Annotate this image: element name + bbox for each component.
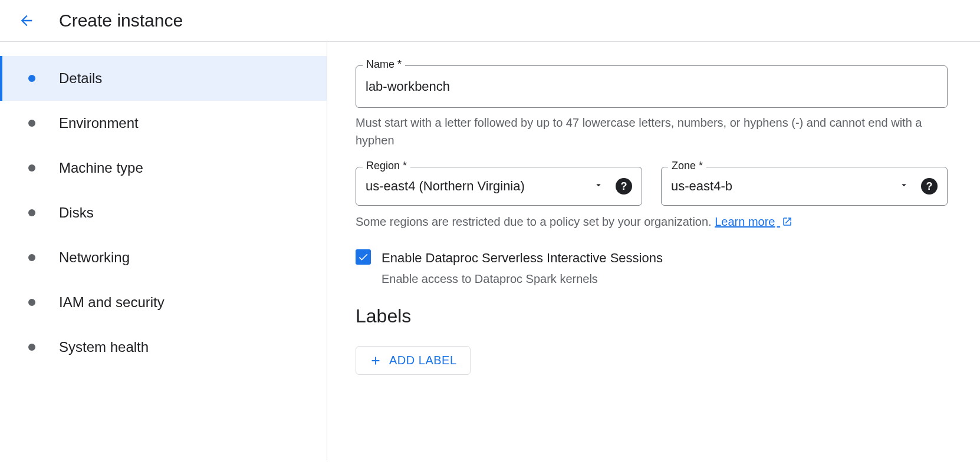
name-field-group: Name * [356, 65, 948, 108]
bullet-icon [28, 164, 35, 172]
plus-icon [369, 354, 382, 367]
sidebar: Details Environment Machine type Disks N… [0, 42, 327, 460]
dataproc-checkbox-row: Enable Dataproc Serverless Interactive S… [356, 248, 948, 288]
sidebar-item-label: Networking [59, 249, 130, 266]
sidebar-item-machine-type[interactable]: Machine type [0, 146, 327, 190]
sidebar-item-label: Machine type [59, 160, 143, 176]
add-label-button[interactable]: ADD LABEL [356, 346, 471, 375]
region-value: us-east4 (Northern Virginia) [366, 179, 593, 194]
region-helper-prefix: Some regions are restricted due to a pol… [356, 215, 715, 228]
bullet-icon [28, 120, 35, 127]
sidebar-item-disks[interactable]: Disks [0, 190, 327, 235]
dataproc-label-group: Enable Dataproc Serverless Interactive S… [382, 248, 663, 288]
sidebar-item-system-health[interactable]: System health [0, 325, 327, 370]
sidebar-item-label: System health [59, 339, 149, 355]
sidebar-item-label: Environment [59, 115, 139, 131]
zone-field-group: Zone * us-east4-b ? [661, 167, 948, 206]
dataproc-desc: Enable access to Dataproc Spark kernels [382, 270, 663, 288]
region-zone-row: Region * us-east4 (Northern Virginia) ? … [356, 167, 948, 206]
dataproc-label: Enable Dataproc Serverless Interactive S… [382, 248, 663, 268]
sidebar-item-label: IAM and security [59, 294, 165, 311]
labels-heading: Labels [356, 305, 948, 327]
external-link-icon [782, 216, 792, 227]
bullet-icon [28, 209, 35, 216]
name-input[interactable] [356, 65, 948, 108]
zone-label: Zone * [668, 160, 706, 172]
chevron-down-icon [593, 180, 604, 193]
back-arrow-icon[interactable] [18, 12, 35, 29]
dataproc-checkbox[interactable] [356, 249, 371, 265]
name-helper-text: Must start with a letter followed by up … [356, 114, 948, 149]
help-icon[interactable]: ? [616, 178, 632, 195]
sidebar-item-iam-security[interactable]: IAM and security [0, 280, 327, 325]
chevron-down-icon [899, 180, 909, 193]
sidebar-item-label: Details [59, 70, 102, 87]
sidebar-item-details[interactable]: Details [0, 56, 327, 101]
region-helper-text: Some regions are restricted due to a pol… [356, 213, 948, 230]
learn-more-link[interactable]: Learn more [715, 213, 792, 230]
zone-select[interactable]: us-east4-b ? [661, 167, 948, 206]
region-select[interactable]: us-east4 (Northern Virginia) ? [356, 167, 642, 206]
zone-value: us-east4-b [671, 179, 899, 194]
page-header: Create instance [0, 0, 980, 42]
region-label: Region * [363, 160, 410, 172]
content-panel: Name * Must start with a letter followed… [327, 42, 976, 460]
page-title: Create instance [59, 11, 183, 31]
bullet-icon [28, 254, 35, 261]
sidebar-item-networking[interactable]: Networking [0, 235, 327, 280]
sidebar-item-environment[interactable]: Environment [0, 101, 327, 146]
help-icon[interactable]: ? [921, 178, 938, 195]
region-field-group: Region * us-east4 (Northern Virginia) ? [356, 167, 642, 206]
name-label: Name * [363, 58, 405, 71]
bullet-icon [28, 75, 35, 82]
main-container: Details Environment Machine type Disks N… [0, 42, 980, 460]
bullet-icon [28, 344, 35, 351]
add-label-button-text: ADD LABEL [389, 354, 457, 367]
bullet-icon [28, 299, 35, 306]
sidebar-item-label: Disks [59, 205, 94, 221]
